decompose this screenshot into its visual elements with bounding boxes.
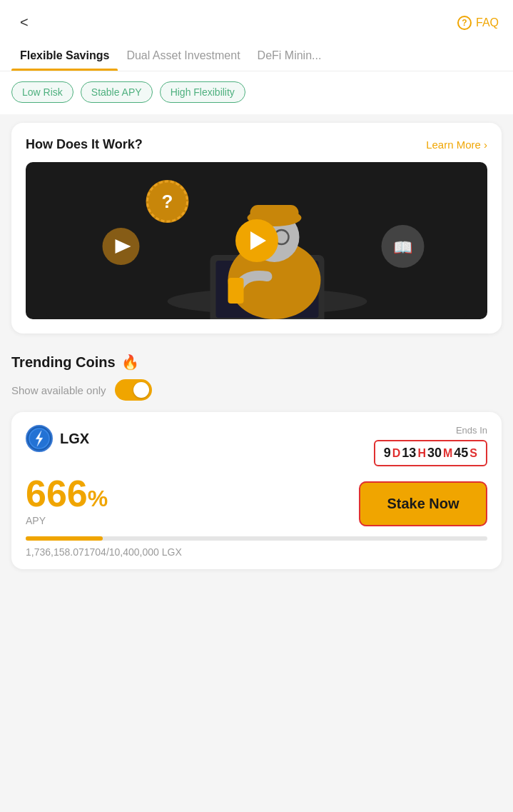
coin-logo xyxy=(26,425,53,452)
apy-section: 666 % APY xyxy=(26,475,108,526)
timer-seconds-unit: S xyxy=(469,447,477,460)
svg-text:📖: 📖 xyxy=(393,238,413,257)
timer-days-unit: D xyxy=(392,447,401,460)
tab-flexible-savings[interactable]: Flexible Savings xyxy=(11,39,118,71)
countdown-timer: 9 D 13 H 30 M 45 S xyxy=(374,440,487,466)
ends-in-section: Ends In 9 D 13 H 30 M 45 S xyxy=(374,425,487,466)
timer-days: 9 xyxy=(384,446,391,461)
lgx-coin-card: LGX Ends In 9 D 13 H 30 M 45 S 666 % APY… xyxy=(11,412,502,569)
progress-section: 1,736,158.071704/10,400,000 LGX xyxy=(26,536,487,558)
header: < ? FAQ xyxy=(0,0,513,39)
svg-rect-11 xyxy=(228,278,244,304)
timer-seconds: 45 xyxy=(454,446,468,461)
timer-hours-unit: H xyxy=(417,447,426,460)
svg-text:?: ? xyxy=(162,191,173,212)
apy-pct: % xyxy=(88,486,108,512)
trending-section-header: Trending Coins 🔥 xyxy=(0,342,513,376)
timer-hours: 13 xyxy=(402,446,416,461)
tag-low-risk: Low Risk xyxy=(11,81,73,103)
tab-defi-mining[interactable]: DeFi Minin... xyxy=(249,39,330,71)
tag-stable-apy: Stable APY xyxy=(81,81,153,103)
play-button[interactable] xyxy=(235,219,278,262)
back-button[interactable]: < xyxy=(14,11,34,34)
coin-card-top: LGX Ends In 9 D 13 H 30 M 45 S xyxy=(26,425,487,466)
how-title: How Does It Work? xyxy=(26,137,143,152)
apy-value: 666 xyxy=(26,475,88,512)
tab-dual-asset[interactable]: Dual Asset Investment xyxy=(118,39,248,71)
coin-name: LGX xyxy=(60,431,89,447)
coin-info: LGX xyxy=(26,425,89,452)
tab-bar: Flexible Savings Dual Asset Investment D… xyxy=(0,39,513,71)
progress-filled: 1,736,158.071704 xyxy=(26,546,106,558)
fire-icon: 🔥 xyxy=(121,354,139,371)
trending-title: Trending Coins xyxy=(11,354,116,371)
timer-minutes-unit: M xyxy=(443,447,452,460)
timer-minutes: 30 xyxy=(427,446,442,461)
progress-bar-fill xyxy=(26,536,103,541)
coin-card-middle: 666 % APY Stake Now xyxy=(26,475,487,526)
progress-text: 1,736,158.071704/10,400,000 LGX xyxy=(26,546,487,558)
faq-icon: ? xyxy=(457,16,472,30)
tag-high-flexibility: High Flexibility xyxy=(160,81,245,103)
lgx-logo-svg xyxy=(27,426,51,451)
svg-rect-10 xyxy=(250,205,299,221)
faq-label: FAQ xyxy=(476,16,499,29)
how-header: How Does It Work? Learn More › xyxy=(26,137,487,152)
learn-more-link[interactable]: Learn More › xyxy=(426,139,487,151)
ends-in-label: Ends In xyxy=(374,425,487,436)
tag-bar: Low Risk Stable APY High Flexibility xyxy=(0,71,513,114)
toggle-row: Show available only xyxy=(0,376,513,412)
progress-total: /10,400,000 LGX xyxy=(106,546,182,558)
progress-bar-background xyxy=(26,536,487,541)
available-only-toggle[interactable] xyxy=(115,379,152,401)
how-it-works-card: How Does It Work? Learn More › xyxy=(11,123,502,334)
faq-button[interactable]: ? FAQ xyxy=(457,16,499,30)
video-thumbnail[interactable]: ? 📖 xyxy=(26,162,487,319)
stake-now-button[interactable]: Stake Now xyxy=(359,481,487,526)
toggle-label: Show available only xyxy=(11,384,106,396)
apy-label: APY xyxy=(26,515,108,526)
